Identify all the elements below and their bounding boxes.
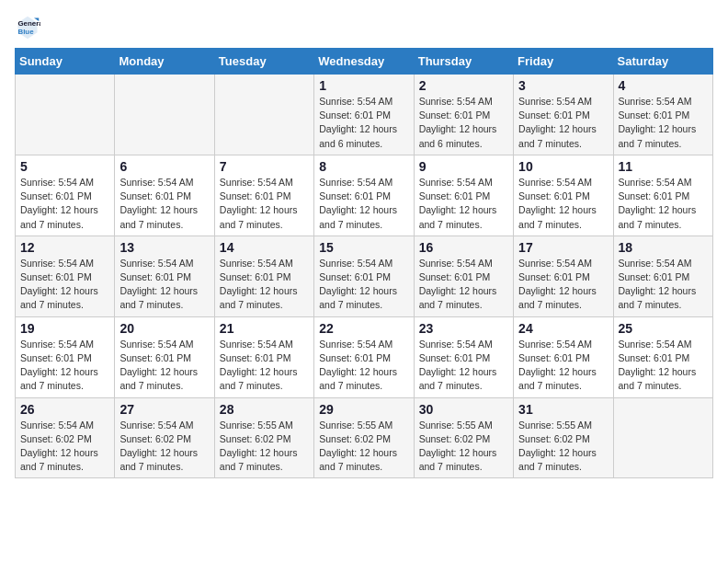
calendar-cell: 2Sunrise: 5:54 AMSunset: 6:01 PMDaylight… <box>414 75 513 155</box>
day-number: 23 <box>419 321 508 336</box>
day-info: Sunrise: 5:54 AMSunset: 6:01 PMDaylight:… <box>319 95 408 151</box>
calendar-cell: 27Sunrise: 5:54 AMSunset: 6:02 PMDayligh… <box>115 397 214 478</box>
day-number: 26 <box>20 402 109 417</box>
day-info: Sunrise: 5:54 AMSunset: 6:01 PMDaylight:… <box>119 176 209 232</box>
calendar-cell: 21Sunrise: 5:54 AMSunset: 6:01 PMDayligh… <box>214 316 313 397</box>
calendar-cell: 15Sunrise: 5:54 AMSunset: 6:01 PMDayligh… <box>314 236 414 316</box>
calendar-table: SundayMondayTuesdayWednesdayThursdayFrid… <box>15 48 713 478</box>
day-number: 29 <box>319 402 408 417</box>
day-info: Sunrise: 5:54 AMSunset: 6:01 PMDaylight:… <box>518 338 608 394</box>
day-info: Sunrise: 5:54 AMSunset: 6:01 PMDaylight:… <box>20 257 109 313</box>
calendar-header-row: SundayMondayTuesdayWednesdayThursdayFrid… <box>16 49 713 75</box>
calendar-cell: 1Sunrise: 5:54 AMSunset: 6:01 PMDaylight… <box>314 75 414 155</box>
calendar-cell: 8Sunrise: 5:54 AMSunset: 6:01 PMDaylight… <box>314 155 414 236</box>
header-saturday: Saturday <box>613 49 712 75</box>
day-info: Sunrise: 5:54 AMSunset: 6:02 PMDaylight:… <box>119 419 209 475</box>
header-tuesday: Tuesday <box>214 49 313 75</box>
calendar-cell: 16Sunrise: 5:54 AMSunset: 6:01 PMDayligh… <box>414 236 513 316</box>
day-number: 11 <box>619 159 708 174</box>
calendar-cell <box>214 75 313 155</box>
day-number: 15 <box>319 240 408 255</box>
day-info: Sunrise: 5:54 AMSunset: 6:01 PMDaylight:… <box>518 95 608 151</box>
day-number: 24 <box>518 321 608 336</box>
day-number: 7 <box>220 159 309 174</box>
day-number: 10 <box>518 159 608 174</box>
calendar-cell: 19Sunrise: 5:54 AMSunset: 6:01 PMDayligh… <box>16 316 115 397</box>
calendar-cell: 31Sunrise: 5:55 AMSunset: 6:02 PMDayligh… <box>514 397 613 478</box>
header-sunday: Sunday <box>16 49 115 75</box>
day-number: 18 <box>619 240 708 255</box>
day-number: 1 <box>319 78 408 93</box>
calendar-cell: 22Sunrise: 5:54 AMSunset: 6:01 PMDayligh… <box>314 316 414 397</box>
day-info: Sunrise: 5:54 AMSunset: 6:01 PMDaylight:… <box>119 338 209 394</box>
calendar-cell: 30Sunrise: 5:55 AMSunset: 6:02 PMDayligh… <box>414 397 513 478</box>
logo: General Blue <box>15 15 44 40</box>
calendar-week-2: 5Sunrise: 5:54 AMSunset: 6:01 PMDaylight… <box>16 155 713 236</box>
calendar-cell <box>613 397 712 478</box>
calendar-cell: 20Sunrise: 5:54 AMSunset: 6:01 PMDayligh… <box>115 316 214 397</box>
calendar-cell: 9Sunrise: 5:54 AMSunset: 6:01 PMDaylight… <box>414 155 513 236</box>
calendar-week-4: 19Sunrise: 5:54 AMSunset: 6:01 PMDayligh… <box>16 316 713 397</box>
day-info: Sunrise: 5:54 AMSunset: 6:01 PMDaylight:… <box>619 338 708 394</box>
page-header: General Blue <box>15 15 713 40</box>
day-info: Sunrise: 5:55 AMSunset: 6:02 PMDaylight:… <box>419 419 508 475</box>
header-monday: Monday <box>115 49 214 75</box>
calendar-cell: 12Sunrise: 5:54 AMSunset: 6:01 PMDayligh… <box>16 236 115 316</box>
header-friday: Friday <box>514 49 613 75</box>
calendar-cell: 24Sunrise: 5:54 AMSunset: 6:01 PMDayligh… <box>514 316 613 397</box>
logo-icon: General Blue <box>15 15 40 40</box>
day-info: Sunrise: 5:54 AMSunset: 6:01 PMDaylight:… <box>419 176 508 232</box>
day-info: Sunrise: 5:54 AMSunset: 6:01 PMDaylight:… <box>319 338 408 394</box>
day-number: 3 <box>518 78 608 93</box>
svg-text:Blue: Blue <box>18 28 35 36</box>
day-number: 2 <box>419 78 508 93</box>
day-number: 8 <box>319 159 408 174</box>
calendar-cell: 10Sunrise: 5:54 AMSunset: 6:01 PMDayligh… <box>514 155 613 236</box>
day-info: Sunrise: 5:54 AMSunset: 6:01 PMDaylight:… <box>619 95 708 151</box>
day-number: 6 <box>119 159 209 174</box>
day-number: 19 <box>20 321 109 336</box>
calendar-week-1: 1Sunrise: 5:54 AMSunset: 6:01 PMDaylight… <box>16 75 713 155</box>
calendar-cell: 6Sunrise: 5:54 AMSunset: 6:01 PMDaylight… <box>115 155 214 236</box>
day-info: Sunrise: 5:54 AMSunset: 6:01 PMDaylight:… <box>20 338 109 394</box>
day-info: Sunrise: 5:54 AMSunset: 6:01 PMDaylight:… <box>220 338 309 394</box>
day-info: Sunrise: 5:55 AMSunset: 6:02 PMDaylight:… <box>220 419 309 475</box>
calendar-cell: 5Sunrise: 5:54 AMSunset: 6:01 PMDaylight… <box>16 155 115 236</box>
calendar-cell <box>115 75 214 155</box>
day-info: Sunrise: 5:54 AMSunset: 6:01 PMDaylight:… <box>619 257 708 313</box>
day-number: 13 <box>119 240 209 255</box>
day-number: 12 <box>20 240 109 255</box>
calendar-cell: 25Sunrise: 5:54 AMSunset: 6:01 PMDayligh… <box>613 316 712 397</box>
day-info: Sunrise: 5:54 AMSunset: 6:01 PMDaylight:… <box>220 257 309 313</box>
day-number: 4 <box>619 78 708 93</box>
calendar-week-3: 12Sunrise: 5:54 AMSunset: 6:01 PMDayligh… <box>16 236 713 316</box>
day-info: Sunrise: 5:54 AMSunset: 6:01 PMDaylight:… <box>20 176 109 232</box>
day-info: Sunrise: 5:55 AMSunset: 6:02 PMDaylight:… <box>518 419 608 475</box>
calendar-cell: 29Sunrise: 5:55 AMSunset: 6:02 PMDayligh… <box>314 397 414 478</box>
day-number: 28 <box>220 402 309 417</box>
calendar-cell: 23Sunrise: 5:54 AMSunset: 6:01 PMDayligh… <box>414 316 513 397</box>
calendar-cell: 14Sunrise: 5:54 AMSunset: 6:01 PMDayligh… <box>214 236 313 316</box>
day-number: 17 <box>518 240 608 255</box>
day-number: 27 <box>119 402 209 417</box>
day-number: 14 <box>220 240 309 255</box>
header-thursday: Thursday <box>414 49 513 75</box>
calendar-cell: 26Sunrise: 5:54 AMSunset: 6:02 PMDayligh… <box>16 397 115 478</box>
day-info: Sunrise: 5:54 AMSunset: 6:01 PMDaylight:… <box>319 257 408 313</box>
calendar-cell: 11Sunrise: 5:54 AMSunset: 6:01 PMDayligh… <box>613 155 712 236</box>
calendar-cell: 4Sunrise: 5:54 AMSunset: 6:01 PMDaylight… <box>613 75 712 155</box>
day-number: 22 <box>319 321 408 336</box>
day-info: Sunrise: 5:54 AMSunset: 6:01 PMDaylight:… <box>619 176 708 232</box>
day-number: 21 <box>220 321 309 336</box>
day-info: Sunrise: 5:54 AMSunset: 6:01 PMDaylight:… <box>518 257 608 313</box>
day-info: Sunrise: 5:54 AMSunset: 6:01 PMDaylight:… <box>419 338 508 394</box>
calendar-week-5: 26Sunrise: 5:54 AMSunset: 6:02 PMDayligh… <box>16 397 713 478</box>
svg-text:General: General <box>18 19 41 28</box>
day-info: Sunrise: 5:54 AMSunset: 6:01 PMDaylight:… <box>319 176 408 232</box>
day-number: 20 <box>119 321 209 336</box>
calendar-cell: 7Sunrise: 5:54 AMSunset: 6:01 PMDaylight… <box>214 155 313 236</box>
day-info: Sunrise: 5:54 AMSunset: 6:01 PMDaylight:… <box>419 257 508 313</box>
day-number: 25 <box>619 321 708 336</box>
calendar-cell: 17Sunrise: 5:54 AMSunset: 6:01 PMDayligh… <box>514 236 613 316</box>
calendar-cell: 28Sunrise: 5:55 AMSunset: 6:02 PMDayligh… <box>214 397 313 478</box>
